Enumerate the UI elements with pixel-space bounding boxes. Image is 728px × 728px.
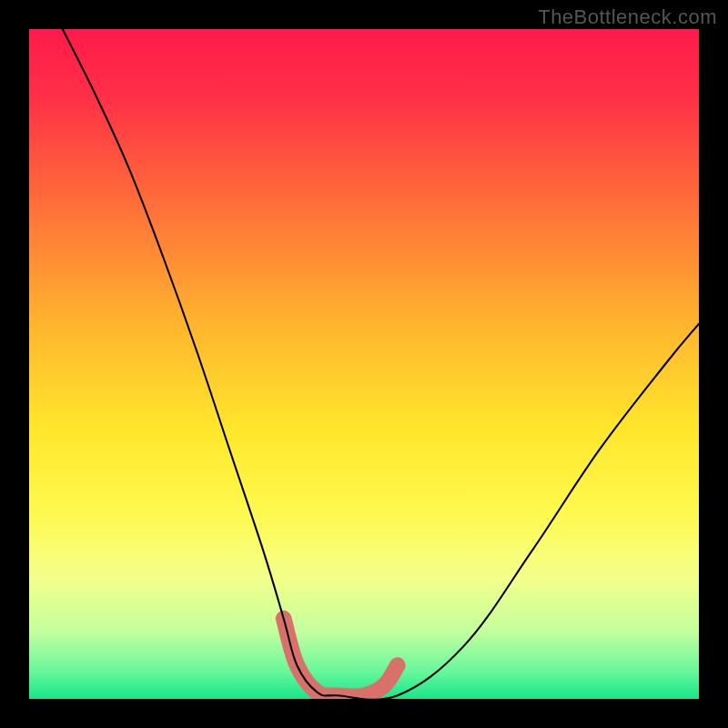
chart-frame: TheBottleneck.com (0, 0, 728, 728)
curve-layer (29, 29, 699, 699)
watermark-text: TheBottleneck.com (538, 5, 717, 29)
highlight-segment (284, 619, 398, 697)
plot-area (29, 29, 699, 699)
bottleneck-curve (63, 29, 699, 699)
